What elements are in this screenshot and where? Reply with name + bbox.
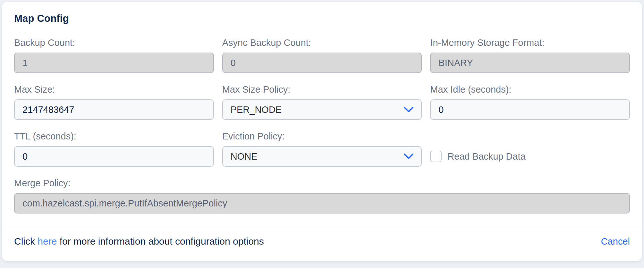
more-info-link[interactable]: here (38, 236, 57, 247)
field-max-size-policy: Max Size Policy: PER_NODE (222, 84, 422, 120)
field-merge-policy: Merge Policy: (14, 178, 630, 214)
ttl-input[interactable] (14, 146, 214, 167)
read-backup-data-checkbox[interactable] (430, 151, 442, 162)
field-async-backup-count: Async Backup Count: (222, 37, 422, 73)
page-title: Map Config (14, 13, 630, 24)
max-idle-input[interactable] (430, 99, 630, 120)
backup-count-input (14, 53, 214, 73)
field-max-size: Max Size: (14, 84, 214, 120)
more-info-text: Click here for more information about co… (14, 236, 264, 247)
map-config-card: Map Config Backup Count: Async Backup Co… (2, 2, 642, 261)
async-backup-count-label: Async Backup Count: (222, 37, 422, 48)
in-memory-storage-format-input (430, 53, 630, 73)
max-size-policy-selected-value: PER_NODE (231, 105, 282, 115)
eviction-policy-label: Eviction Policy: (222, 131, 422, 142)
max-size-policy-label: Max Size Policy: (222, 84, 422, 95)
backup-count-label: Backup Count: (14, 37, 214, 48)
eviction-policy-selected-value: NONE (231, 151, 258, 162)
chevron-down-icon (404, 154, 413, 159)
merge-policy-label: Merge Policy: (14, 178, 630, 188)
cancel-button[interactable]: Cancel (601, 236, 630, 247)
async-backup-count-input (222, 53, 422, 73)
info-text-suffix: for more information about configuration… (57, 236, 264, 247)
max-idle-label: Max Idle (seconds): (430, 84, 630, 95)
max-size-input[interactable] (14, 99, 214, 120)
card-footer: Click here for more information about co… (14, 226, 630, 247)
ttl-label: TTL (seconds): (14, 131, 214, 142)
field-read-backup-data: Read Backup Data (430, 131, 630, 167)
field-ttl: TTL (seconds): (14, 131, 214, 167)
field-eviction-policy: Eviction Policy: NONE (222, 131, 422, 167)
max-size-label: Max Size: (14, 84, 214, 95)
field-in-memory-storage-format: In-Memory Storage Format: (430, 37, 630, 73)
read-backup-data-row: Read Backup Data (430, 146, 630, 167)
field-max-idle: Max Idle (seconds): (430, 84, 630, 120)
eviction-policy-select[interactable]: NONE (222, 146, 422, 167)
chevron-down-icon (404, 107, 413, 113)
max-size-policy-select[interactable]: PER_NODE (222, 99, 422, 120)
config-form-grid: Backup Count: Async Backup Count: In-Mem… (14, 37, 630, 167)
read-backup-data-label: Read Backup Data (447, 151, 525, 162)
info-text-prefix: Click (14, 236, 38, 247)
in-memory-storage-format-label: In-Memory Storage Format: (430, 37, 630, 48)
field-backup-count: Backup Count: (14, 37, 214, 73)
merge-policy-input (14, 193, 630, 214)
